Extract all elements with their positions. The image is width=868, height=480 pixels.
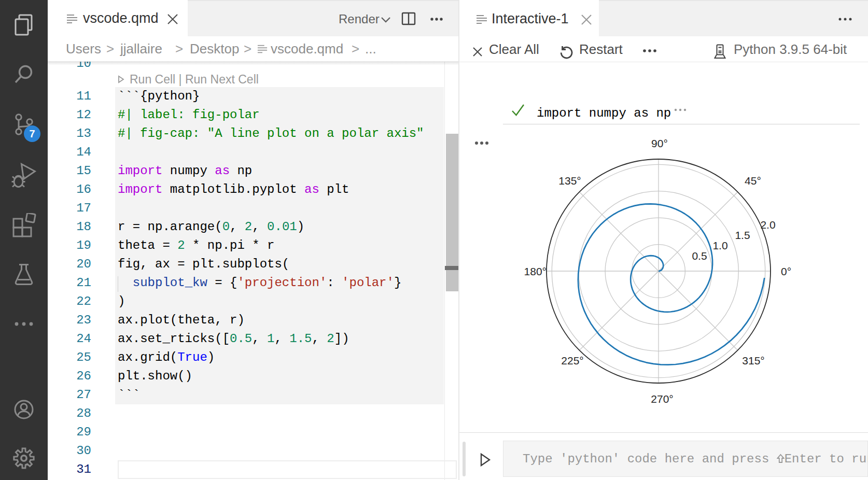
svg-text:2.0: 2.0 (760, 219, 775, 231)
svg-text:270°: 270° (651, 393, 673, 405)
svg-text:0°: 0° (781, 265, 791, 277)
svg-text:1.0: 1.0 (712, 239, 727, 251)
svg-text:315°: 315° (742, 355, 764, 366)
svg-text:0.5: 0.5 (692, 250, 707, 262)
svg-text:1.5: 1.5 (735, 229, 750, 241)
svg-text:90°: 90° (651, 137, 668, 149)
svg-text:225°: 225° (561, 355, 583, 366)
svg-text:135°: 135° (558, 175, 581, 187)
svg-text:180°: 180° (524, 265, 547, 277)
svg-text:45°: 45° (745, 175, 761, 187)
